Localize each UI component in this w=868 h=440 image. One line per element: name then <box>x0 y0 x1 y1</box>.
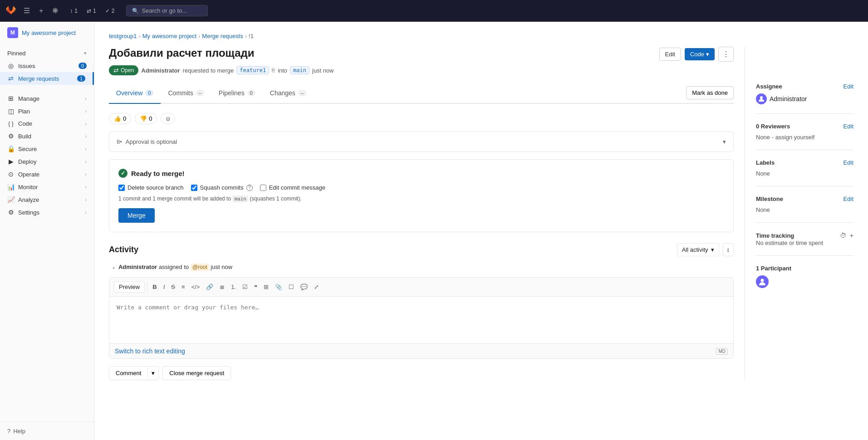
copy-branch-icon[interactable]: ⎘ <box>272 67 275 73</box>
tab-pipelines[interactable]: Pipelines 0 <box>211 83 263 104</box>
time-tracking-header: Time tracking ⏱ + <box>756 232 853 239</box>
attachment-button[interactable]: 📎 <box>272 282 285 292</box>
comment-dropdown-button[interactable]: ▾ <box>148 367 158 380</box>
build-label: Build <box>18 133 31 140</box>
sidebar-item-merge-requests[interactable]: ⇄ Merge requests 1 <box>0 72 94 85</box>
fullscreen-button[interactable]: ⤢ <box>311 282 322 292</box>
strikethrough-button[interactable]: S <box>168 282 178 292</box>
mrs-badge[interactable]: ⇄1 <box>84 6 99 15</box>
activity-filter-select[interactable]: All activity ▾ <box>677 243 719 256</box>
delete-branch-checkbox[interactable] <box>118 185 125 191</box>
approval-chevron-icon[interactable]: ▾ <box>723 138 726 145</box>
time-add-icon[interactable]: + <box>850 232 853 239</box>
source-branch[interactable]: feature1 <box>236 66 269 74</box>
sidebar-item-build[interactable]: ⚙ Build › <box>0 130 94 142</box>
todos-badge[interactable]: ✓2 <box>103 6 118 15</box>
mark-as-done-button[interactable]: Mark as done <box>686 86 734 99</box>
tab-overview[interactable]: Overview 0 <box>109 83 161 104</box>
milestone-edit[interactable]: Edit <box>843 196 853 202</box>
activity-icon[interactable]: ❋ <box>50 5 60 17</box>
squash-commits-checkbox[interactable] <box>191 185 197 191</box>
code-inline-button[interactable]: </> <box>189 282 203 292</box>
manage-chevron: › <box>85 96 87 101</box>
new-item-icon[interactable]: + <box>37 5 45 17</box>
overview-label: Overview <box>116 89 142 97</box>
target-branch[interactable]: main <box>290 66 309 74</box>
status-badge: ⇄ Open <box>109 65 138 75</box>
breadcrumb-project[interactable]: My awesome project <box>142 33 196 39</box>
switch-editing-label[interactable]: Switch to rich text editing <box>115 347 185 355</box>
edit-button[interactable]: Edit <box>659 48 681 61</box>
project-nav-item[interactable]: M My awesome project <box>0 22 94 44</box>
sidebar-item-manage[interactable]: ⊞ Manage › <box>0 92 94 105</box>
breadcrumb-section[interactable]: Merge requests <box>202 33 243 39</box>
sidebar-item-plan[interactable]: ◫ Plan › <box>0 105 94 117</box>
list-unordered-button[interactable]: ≣ <box>217 282 227 292</box>
time-tracking-value: No estimate or time spent <box>756 240 823 246</box>
sidebar-toggle-icon[interactable]: ☰ <box>22 5 32 17</box>
list-numbered-button[interactable]: 1. <box>228 282 239 292</box>
assignee-edit[interactable]: Edit <box>843 83 853 90</box>
sidebar-item-settings[interactable]: ⚙ Settings › <box>0 206 94 219</box>
table-button[interactable]: ⊞ <box>261 282 271 292</box>
squash-commits-option[interactable]: Squash commits ? <box>191 184 253 191</box>
list-ordered-button[interactable]: ≡ <box>179 282 188 292</box>
sidebar-item-code[interactable]: { } Code › <box>0 117 94 130</box>
editor-toolbar: Preview B I S ≡ </> 🔗 ≣ 1. ☑ ❝ ⊞ 📎 <box>109 278 733 297</box>
reviewers-edit[interactable]: Edit <box>843 123 853 130</box>
comment-button[interactable]: Comment <box>109 367 148 380</box>
more-options-button[interactable]: ⋮ <box>718 47 734 62</box>
tab-changes[interactable]: Changes – <box>263 83 314 104</box>
comment-editor: Preview B I S ≡ </> 🔗 ≣ 1. ☑ ❝ ⊞ 📎 <box>109 277 734 359</box>
sidebar-item-operate[interactable]: ⊙ Operate › <box>0 168 94 181</box>
editor-tab-preview[interactable]: Preview <box>114 281 145 293</box>
quote-button[interactable]: ❝ <box>251 282 260 292</box>
time-clock-icon[interactable]: ⏱ <box>840 232 846 239</box>
help-footer[interactable]: ? Help <box>0 422 94 440</box>
sidebar-item-deploy[interactable]: ▶ Deploy › <box>0 155 94 168</box>
mr-title: Добавили расчет площади <box>109 47 254 59</box>
bold-button[interactable]: B <box>150 282 159 292</box>
mr-header: Добавили расчет площади Edit Code ▾ ⋮ <box>109 47 734 62</box>
issues-badge[interactable]: ↕1 <box>67 6 80 15</box>
squash-help-icon[interactable]: ? <box>246 185 253 191</box>
breadcrumb-group[interactable]: testgroup1 <box>109 33 137 39</box>
thumbsup-reaction[interactable]: 👍 0 <box>109 113 131 124</box>
sidebar-pinned-header[interactable]: Pinned ▾ <box>0 47 94 59</box>
edit-commit-checkbox[interactable] <box>260 185 266 191</box>
sidebar-item-issues[interactable]: ◎ Issues 0 <box>0 59 94 72</box>
labels-edit[interactable]: Edit <box>843 159 853 166</box>
gitlab-logo[interactable] <box>5 5 16 17</box>
operate-icon: ⊙ <box>7 171 15 178</box>
activity-sort-button[interactable]: ↕ <box>723 243 734 256</box>
merge-button[interactable]: Merge <box>118 208 155 223</box>
activity-time: just now <box>211 264 232 270</box>
add-reaction-button[interactable]: ☺ <box>161 113 175 124</box>
activity-mention[interactable]: @root <box>191 264 209 271</box>
comment-textarea[interactable] <box>109 297 733 342</box>
thumbsdown-count: 0 <box>149 115 152 122</box>
search-input[interactable]: 🔍 Search or go to... <box>126 5 208 16</box>
checklist-button[interactable]: ☑ <box>240 282 250 292</box>
code-dropdown-icon: ▾ <box>706 51 709 58</box>
sidebar-item-secure[interactable]: 🔒 Secure › <box>0 142 94 155</box>
approval-box: 8• Approval is optional ▾ <box>109 132 734 152</box>
activity-action: assigned to <box>159 264 191 270</box>
sidebar-item-analyze[interactable]: 📈 Analyze › <box>0 193 94 206</box>
delete-branch-option[interactable]: Delete source branch <box>118 184 184 191</box>
monitor-icon: 📊 <box>7 183 15 191</box>
close-merge-request-button[interactable]: Close merge request <box>162 366 231 380</box>
code-button[interactable]: Code ▾ <box>685 48 715 60</box>
comment-button-toolbar[interactable]: 💬 <box>298 282 310 292</box>
link-button[interactable]: 🔗 <box>203 282 216 292</box>
manage-icon: ⊞ <box>7 95 15 102</box>
edit-commit-message-option[interactable]: Edit commit message <box>260 184 325 191</box>
sidebar-item-monitor[interactable]: 📊 Monitor › <box>0 181 94 193</box>
tab-commits[interactable]: Commits – <box>161 83 211 104</box>
thumbsdown-reaction[interactable]: 👎 0 <box>135 113 157 124</box>
italic-button[interactable]: I <box>161 282 168 292</box>
milestone-section: Milestone Edit None <box>756 196 853 223</box>
checkbox-button[interactable]: ☐ <box>286 282 297 292</box>
secure-label: Secure <box>18 146 37 152</box>
plan-icon: ◫ <box>7 108 15 115</box>
